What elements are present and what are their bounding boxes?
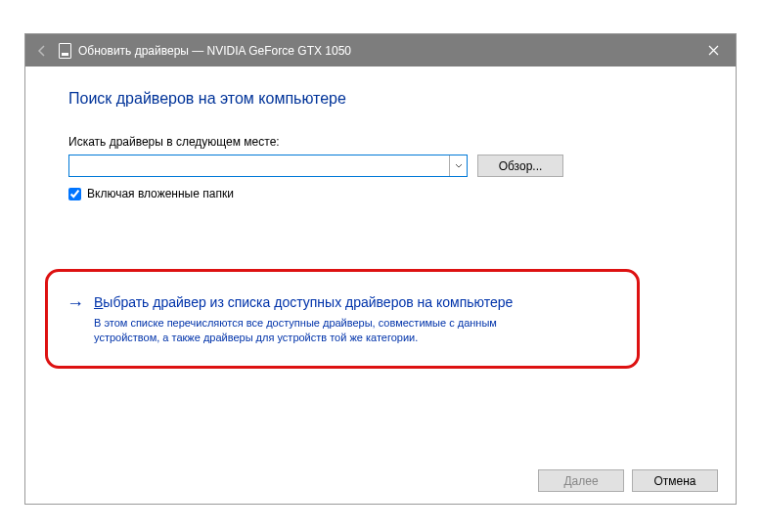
device-icon [59,43,71,59]
chevron-down-icon [455,163,463,168]
close-icon [708,45,719,56]
option-title: Выбрать драйвер из списка доступных драй… [94,292,618,312]
include-subfolders-label: Включая вложенные папки [87,187,234,200]
titlebar: Обновить драйверы — NVIDIA GeForce GTX 1… [25,34,736,66]
highlight-annotation: → Выбрать драйвер из списка доступных др… [45,269,640,369]
pick-from-list-option[interactable]: → Выбрать драйвер из списка доступных др… [58,280,627,358]
close-button[interactable] [692,34,736,66]
content-area: Поиск драйверов на этом компьютере Искат… [25,66,736,369]
include-subfolders-checkbox[interactable] [68,188,81,200]
page-heading: Поиск драйверов на этом компьютере [68,90,698,108]
path-input[interactable] [69,155,449,176]
footer-buttons: Далее Отмена [538,469,718,492]
dialog-window: Обновить драйверы — NVIDIA GeForce GTX 1… [24,33,737,505]
cancel-button[interactable]: Отмена [632,469,718,492]
path-row: Обзор... [68,155,698,177]
back-button [25,34,59,66]
dropdown-button[interactable] [449,155,467,176]
window-title: Обновить драйверы — NVIDIA GeForce GTX 1… [78,44,351,58]
arrow-right-icon: → [67,294,84,345]
option-text: Выбрать драйвер из списка доступных драй… [94,292,618,345]
option-description: В этом списке перечисляются все доступны… [94,316,563,345]
include-subfolders-row[interactable]: Включая вложенные папки [68,187,698,200]
back-arrow-icon [35,44,49,58]
browse-button[interactable]: Обзор... [477,155,563,177]
next-button: Далее [538,469,624,492]
path-combobox[interactable] [68,155,468,177]
path-label: Искать драйверы в следующем месте: [68,135,698,149]
